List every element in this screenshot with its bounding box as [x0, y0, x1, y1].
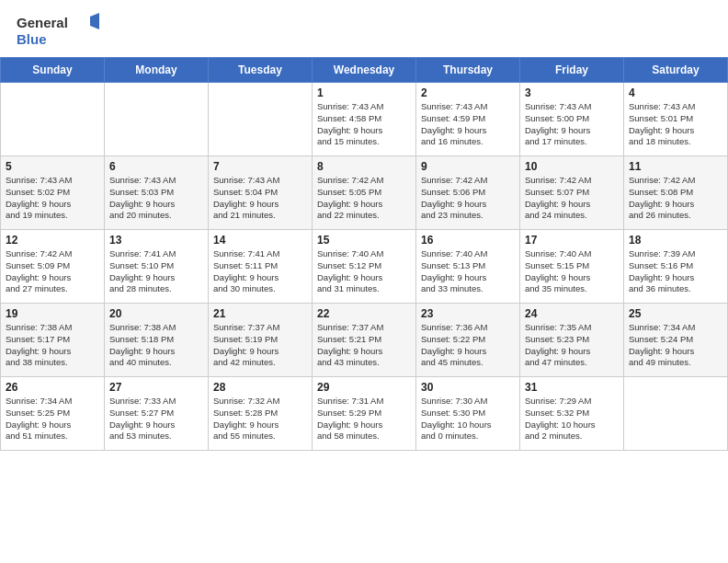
calendar-cell: [105, 83, 209, 156]
day-info: Sunrise: 7:38 AM Sunset: 5:18 PM Dayligh…: [109, 322, 203, 369]
calendar-cell: 7Sunrise: 7:43 AM Sunset: 5:04 PM Daylig…: [209, 156, 313, 230]
calendar-cell: 21Sunrise: 7:37 AM Sunset: 5:19 PM Dayli…: [209, 304, 313, 377]
calendar-cell: 8Sunrise: 7:42 AM Sunset: 5:05 PM Daylig…: [313, 156, 416, 230]
day-number: 12: [6, 234, 99, 247]
day-info: Sunrise: 7:42 AM Sunset: 5:08 PM Dayligh…: [629, 175, 722, 222]
day-number: 7: [213, 160, 307, 173]
day-info: Sunrise: 7:43 AM Sunset: 5:03 PM Dayligh…: [109, 175, 203, 222]
day-info: Sunrise: 7:41 AM Sunset: 5:10 PM Dayligh…: [109, 248, 203, 295]
calendar-cell: [624, 377, 728, 451]
calendar-cell: 12Sunrise: 7:42 AM Sunset: 5:09 PM Dayli…: [1, 230, 105, 304]
day-number: 20: [109, 307, 203, 320]
weekday-header-thursday: Thursday: [416, 58, 520, 83]
calendar-cell: 9Sunrise: 7:42 AM Sunset: 5:06 PM Daylig…: [416, 156, 520, 230]
day-number: 27: [109, 381, 203, 394]
calendar-week-row: 26Sunrise: 7:34 AM Sunset: 5:25 PM Dayli…: [1, 377, 728, 451]
calendar-cell: 2Sunrise: 7:43 AM Sunset: 4:59 PM Daylig…: [416, 83, 520, 156]
day-info: Sunrise: 7:34 AM Sunset: 5:25 PM Dayligh…: [6, 396, 99, 442]
day-number: 25: [629, 307, 722, 320]
calendar-cell: 11Sunrise: 7:42 AM Sunset: 5:08 PM Dayli…: [624, 156, 728, 230]
weekday-header-monday: Monday: [105, 58, 209, 83]
day-number: 11: [629, 160, 722, 173]
day-info: Sunrise: 7:43 AM Sunset: 4:59 PM Dayligh…: [421, 101, 515, 148]
day-info: Sunrise: 7:33 AM Sunset: 5:27 PM Dayligh…: [109, 396, 203, 442]
calendar-cell: 29Sunrise: 7:31 AM Sunset: 5:29 PM Dayli…: [313, 377, 416, 451]
day-number: 8: [317, 160, 411, 173]
calendar-cell: 14Sunrise: 7:41 AM Sunset: 5:11 PM Dayli…: [209, 230, 313, 304]
calendar-cell: 19Sunrise: 7:38 AM Sunset: 5:17 PM Dayli…: [1, 304, 105, 377]
calendar-cell: 25Sunrise: 7:34 AM Sunset: 5:24 PM Dayli…: [624, 304, 728, 377]
svg-text:Blue: Blue: [17, 31, 47, 47]
day-number: 3: [525, 86, 619, 99]
day-number: 2: [421, 86, 515, 99]
logo: General Blue: [17, 13, 99, 52]
day-info: Sunrise: 7:36 AM Sunset: 5:22 PM Dayligh…: [421, 322, 515, 369]
day-info: Sunrise: 7:40 AM Sunset: 5:13 PM Dayligh…: [421, 248, 515, 295]
day-number: 14: [213, 234, 307, 247]
logo-svg: General Blue: [17, 13, 99, 52]
day-number: 16: [421, 234, 515, 247]
day-info: Sunrise: 7:43 AM Sunset: 5:00 PM Dayligh…: [525, 101, 619, 148]
page: General Blue SundayMondayTuesdayWednesda…: [0, 0, 728, 563]
day-info: Sunrise: 7:32 AM Sunset: 5:28 PM Dayligh…: [213, 396, 307, 442]
day-number: 6: [109, 160, 203, 173]
day-number: 31: [525, 381, 619, 394]
weekday-header-saturday: Saturday: [624, 58, 728, 83]
calendar-cell: 18Sunrise: 7:39 AM Sunset: 5:16 PM Dayli…: [624, 230, 728, 304]
calendar-cell: 31Sunrise: 7:29 AM Sunset: 5:32 PM Dayli…: [520, 377, 624, 451]
day-info: Sunrise: 7:42 AM Sunset: 5:07 PM Dayligh…: [525, 175, 619, 222]
calendar-week-row: 12Sunrise: 7:42 AM Sunset: 5:09 PM Dayli…: [1, 230, 728, 304]
calendar-cell: 24Sunrise: 7:35 AM Sunset: 5:23 PM Dayli…: [520, 304, 624, 377]
day-info: Sunrise: 7:37 AM Sunset: 5:19 PM Dayligh…: [213, 322, 307, 369]
calendar-week-row: 1Sunrise: 7:43 AM Sunset: 4:58 PM Daylig…: [1, 83, 728, 156]
weekday-header-wednesday: Wednesday: [313, 58, 416, 83]
day-number: 15: [317, 234, 411, 247]
day-info: Sunrise: 7:40 AM Sunset: 5:15 PM Dayligh…: [525, 248, 619, 295]
calendar-cell: [209, 83, 313, 156]
calendar-cell: 27Sunrise: 7:33 AM Sunset: 5:27 PM Dayli…: [105, 377, 209, 451]
day-info: Sunrise: 7:43 AM Sunset: 5:04 PM Dayligh…: [213, 175, 307, 222]
calendar-cell: 5Sunrise: 7:43 AM Sunset: 5:02 PM Daylig…: [1, 156, 105, 230]
calendar-week-row: 19Sunrise: 7:38 AM Sunset: 5:17 PM Dayli…: [1, 304, 728, 377]
day-info: Sunrise: 7:43 AM Sunset: 5:01 PM Dayligh…: [629, 101, 722, 148]
day-info: Sunrise: 7:41 AM Sunset: 5:11 PM Dayligh…: [213, 248, 307, 295]
day-number: 17: [525, 234, 619, 247]
weekday-header-row: SundayMondayTuesdayWednesdayThursdayFrid…: [1, 58, 728, 83]
calendar-cell: 6Sunrise: 7:43 AM Sunset: 5:03 PM Daylig…: [105, 156, 209, 230]
day-number: 24: [525, 307, 619, 320]
day-info: Sunrise: 7:43 AM Sunset: 4:58 PM Dayligh…: [317, 101, 411, 148]
day-info: Sunrise: 7:38 AM Sunset: 5:17 PM Dayligh…: [6, 322, 99, 369]
logo-text: General Blue: [17, 13, 99, 52]
calendar-cell: 28Sunrise: 7:32 AM Sunset: 5:28 PM Dayli…: [209, 377, 313, 451]
calendar-cell: 13Sunrise: 7:41 AM Sunset: 5:10 PM Dayli…: [105, 230, 209, 304]
day-number: 13: [109, 234, 203, 247]
weekday-header-tuesday: Tuesday: [209, 58, 313, 83]
calendar-cell: 23Sunrise: 7:36 AM Sunset: 5:22 PM Dayli…: [416, 304, 520, 377]
day-number: 19: [6, 307, 99, 320]
day-info: Sunrise: 7:31 AM Sunset: 5:29 PM Dayligh…: [317, 396, 411, 442]
day-number: 10: [525, 160, 619, 173]
calendar-week-row: 5Sunrise: 7:43 AM Sunset: 5:02 PM Daylig…: [1, 156, 728, 230]
day-number: 18: [629, 234, 722, 247]
header: General Blue: [0, 0, 728, 57]
day-info: Sunrise: 7:30 AM Sunset: 5:30 PM Dayligh…: [421, 396, 515, 442]
day-number: 22: [317, 307, 411, 320]
weekday-header-friday: Friday: [520, 58, 624, 83]
calendar-cell: 15Sunrise: 7:40 AM Sunset: 5:12 PM Dayli…: [313, 230, 416, 304]
calendar-cell: 3Sunrise: 7:43 AM Sunset: 5:00 PM Daylig…: [520, 83, 624, 156]
day-info: Sunrise: 7:42 AM Sunset: 5:05 PM Dayligh…: [317, 175, 411, 222]
calendar-cell: 22Sunrise: 7:37 AM Sunset: 5:21 PM Dayli…: [313, 304, 416, 377]
day-number: 9: [421, 160, 515, 173]
day-number: 29: [317, 381, 411, 394]
day-info: Sunrise: 7:35 AM Sunset: 5:23 PM Dayligh…: [525, 322, 619, 369]
calendar-cell: 20Sunrise: 7:38 AM Sunset: 5:18 PM Dayli…: [105, 304, 209, 377]
day-number: 30: [421, 381, 515, 394]
day-info: Sunrise: 7:29 AM Sunset: 5:32 PM Dayligh…: [525, 396, 619, 442]
day-info: Sunrise: 7:43 AM Sunset: 5:02 PM Dayligh…: [6, 175, 99, 222]
calendar-cell: 17Sunrise: 7:40 AM Sunset: 5:15 PM Dayli…: [520, 230, 624, 304]
day-info: Sunrise: 7:37 AM Sunset: 5:21 PM Dayligh…: [317, 322, 411, 369]
svg-marker-2: [90, 13, 99, 29]
calendar-cell: [1, 83, 105, 156]
calendar-cell: 26Sunrise: 7:34 AM Sunset: 5:25 PM Dayli…: [1, 377, 105, 451]
weekday-header-sunday: Sunday: [1, 58, 105, 83]
